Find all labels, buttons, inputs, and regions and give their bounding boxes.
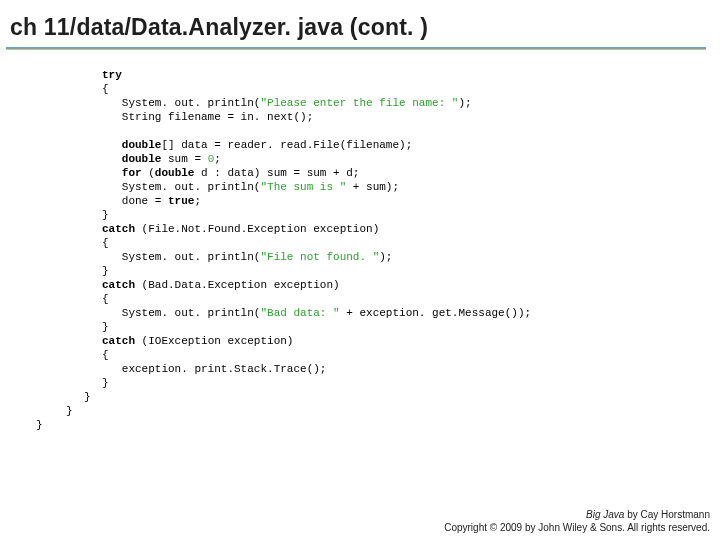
kw-double-2: double (122, 153, 162, 165)
slide: ch 11/data/Data.Analyzer. java (cont. ) … (0, 0, 720, 540)
str-sum: "The sum is " (260, 181, 346, 193)
code-l14c: ); (379, 251, 392, 263)
kw-true: true (168, 195, 194, 207)
brace-open-3: { (102, 293, 109, 305)
footer: Big Java by Cay Horstmann Copyright © 20… (444, 508, 710, 534)
code-l03a: System. out. println( (102, 97, 260, 109)
code-l08c: ( (142, 167, 155, 179)
code-l09a: System. out. println( (102, 181, 260, 193)
code-l22: exception. print.Stack.Trace(); (102, 363, 326, 375)
brace-close-4: } (102, 377, 109, 389)
code-l06c: [] data = reader. read.File(filename); (161, 139, 412, 151)
footer-byline: by Cay Horstmann (624, 509, 710, 520)
kw-double-3: double (155, 167, 195, 179)
str-not-found: "File not found. " (260, 251, 379, 263)
code-l07c: sum = (161, 153, 207, 165)
kw-catch-1: catch (102, 223, 135, 235)
code-l18c: + exception. get.Message()); (340, 307, 531, 319)
brace-close-outer: } (6, 418, 706, 432)
code-l20b: (IOException exception) (135, 335, 293, 347)
code-block: try { System. out. println("Please enter… (6, 50, 706, 390)
brace-open-2: { (102, 237, 109, 249)
kw-catch-2: catch (102, 279, 135, 291)
brace-close-mid: } (6, 404, 706, 418)
footer-copyright: Copyright © 2009 by John Wiley & Sons. A… (444, 522, 710, 533)
str-bad-data: "Bad data: " (260, 307, 339, 319)
kw-try: try (102, 69, 122, 81)
code-l07e: ; (214, 153, 221, 165)
code-l07a (102, 153, 122, 165)
code-l10c: ; (194, 195, 201, 207)
kw-double-1: double (122, 139, 162, 151)
footer-book-title: Big Java (586, 509, 624, 520)
brace-open-1: { (102, 83, 109, 95)
code-l09c: + sum); (346, 181, 399, 193)
code-l08a (102, 167, 122, 179)
code-l06a (102, 139, 122, 151)
code-l10a: done = (102, 195, 168, 207)
brace-close-2: } (102, 265, 109, 277)
code-l16b: (Bad.Data.Exception exception) (135, 279, 340, 291)
code-l08e: d : data) sum = sum + d; (194, 167, 359, 179)
brace-close-1: } (102, 209, 109, 221)
code-l12b: (File.Not.Found.Exception exception) (135, 223, 379, 235)
kw-for: for (122, 167, 142, 179)
code-l04: String filename = in. next(); (102, 111, 313, 123)
code-l18a: System. out. println( (102, 307, 260, 319)
code-l14a: System. out. println( (102, 251, 260, 263)
brace-close-inner: } (6, 390, 706, 404)
code-l03c: ); (458, 97, 471, 109)
slide-title: ch 11/data/Data.Analyzer. java (cont. ) (6, 8, 706, 45)
brace-open-4: { (102, 349, 109, 361)
brace-close-3: } (102, 321, 109, 333)
str-enter-file: "Please enter the file name: " (260, 97, 458, 109)
kw-catch-3: catch (102, 335, 135, 347)
